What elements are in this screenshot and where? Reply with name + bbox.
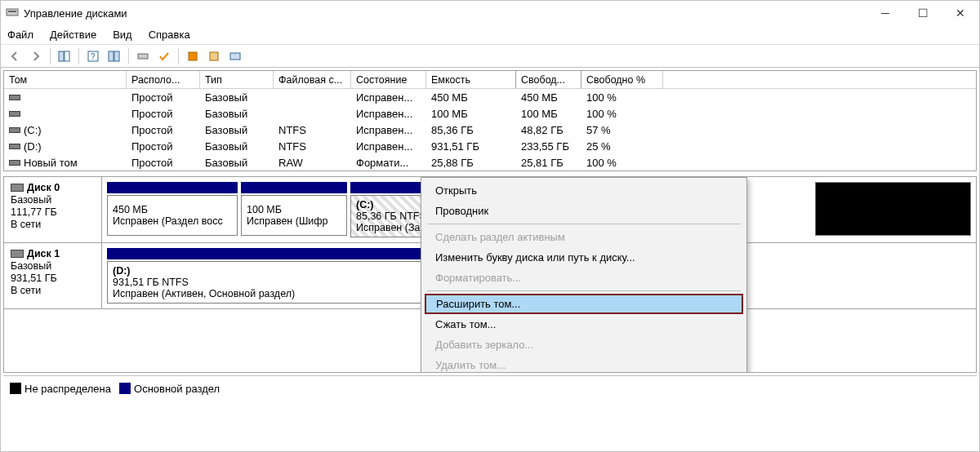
ctx-mirror: Добавить зеркало... (424, 335, 744, 355)
volume-list-header: Том Располо... Тип Файловая с... Состоян… (4, 71, 976, 89)
svg-rect-3 (65, 51, 69, 61)
action-button-1[interactable] (184, 47, 202, 65)
toolbar-separator (128, 48, 129, 64)
svg-text:?: ? (91, 52, 96, 61)
menu-view[interactable]: Вид (113, 29, 132, 41)
menu-help[interactable]: Справка (149, 29, 190, 41)
context-menu: Открыть Проводник Сделать раздел активны… (421, 177, 747, 373)
ctx-separator (427, 290, 741, 291)
ctx-explorer[interactable]: Проводник (424, 201, 744, 221)
volume-row[interactable]: ПростойБазовыйИсправен...100 МБ100 МБ100… (4, 105, 976, 122)
legend: Не распределена Основной раздел (3, 375, 977, 400)
menu-file[interactable]: Файл (7, 29, 33, 41)
col-type[interactable]: Тип (200, 71, 274, 88)
volume-icon (9, 111, 20, 117)
close-button[interactable]: ✕ (942, 1, 979, 25)
disk-icon (11, 184, 24, 192)
ctx-make-active: Сделать раздел активным (424, 227, 744, 247)
volume-icon (9, 127, 20, 133)
svg-rect-11 (230, 53, 240, 60)
refresh-button[interactable] (105, 47, 123, 65)
ctx-extend[interactable]: Расширить том... (425, 294, 743, 314)
disk-graphical-view: Диск 0Базовый111,77 ГБВ сети450 МБИсправ… (3, 176, 977, 373)
action-button-2[interactable] (205, 47, 223, 65)
maximize-button[interactable]: ☐ (904, 1, 942, 25)
svg-rect-8 (138, 54, 148, 59)
svg-rect-1 (8, 11, 16, 12)
window-title: Управление дисками (24, 7, 866, 20)
unallocated-space[interactable] (815, 182, 971, 236)
volume-row[interactable]: Новый томПростойБазовыйRAWФормати...25,8… (4, 154, 976, 171)
ctx-format: Форматировать... (424, 268, 744, 288)
title-bar: Управление дисками ─ ☐ ✕ (1, 1, 979, 25)
col-free[interactable]: Свобод... (516, 71, 581, 88)
col-volume[interactable]: Том (4, 71, 127, 88)
check-button[interactable] (155, 47, 173, 65)
settings-button[interactable] (134, 47, 152, 65)
legend-primary: Основной раздел (119, 381, 220, 395)
partition[interactable]: 450 МБИсправен (Раздел восс (107, 195, 238, 236)
menu-bar: Файл Действие Вид Справка (1, 25, 979, 45)
volume-list: Том Располо... Тип Файловая с... Состоян… (3, 70, 977, 171)
ctx-drive-letter[interactable]: Изменить букву диска или путь к диску... (424, 247, 744, 268)
ctx-separator (427, 224, 741, 224)
volume-row[interactable]: (D:)ПростойБазовыйNTFSИсправен...931,51 … (4, 138, 976, 154)
volume-icon (9, 95, 20, 100)
volume-row[interactable]: ПростойБазовыйИсправен...450 МБ450 МБ100… (4, 89, 976, 105)
volume-icon (9, 144, 20, 149)
col-fs[interactable]: Файловая с... (274, 71, 351, 88)
svg-rect-2 (59, 51, 64, 61)
col-status[interactable]: Состояние (351, 71, 426, 88)
forward-button[interactable] (27, 47, 45, 65)
svg-rect-7 (114, 51, 119, 61)
window-controls: ─ ☐ ✕ (866, 1, 979, 25)
disk-header: Диск 1Базовый931,51 ГБВ сети (4, 243, 102, 308)
menu-action[interactable]: Действие (50, 29, 96, 41)
partition[interactable]: 100 МБИсправен (Шифр (241, 195, 347, 236)
disk-icon (11, 250, 24, 258)
ctx-open[interactable]: Открыть (424, 180, 744, 201)
svg-rect-10 (210, 52, 218, 60)
col-free-pct[interactable]: Свободно % (581, 71, 663, 88)
volume-row[interactable]: (C:)ПростойБазовыйNTFSИсправен...85,36 Г… (4, 122, 976, 138)
volume-icon (9, 160, 20, 166)
svg-rect-9 (189, 52, 197, 60)
col-layout[interactable]: Располо... (127, 71, 200, 88)
app-icon (6, 6, 19, 21)
back-button[interactable] (6, 47, 24, 65)
minimize-button[interactable]: ─ (866, 1, 904, 25)
legend-unallocated: Не распределена (10, 381, 111, 395)
help-button[interactable]: ? (84, 47, 102, 65)
toolbar-separator (50, 48, 51, 64)
toolbar-separator (78, 48, 79, 64)
ctx-shrink[interactable]: Сжать том... (424, 314, 744, 335)
col-capacity[interactable]: Емкость (426, 71, 516, 88)
toolbar: ? (1, 45, 979, 68)
toolbar-separator (178, 48, 179, 64)
ctx-delete: Удалить том... (424, 355, 744, 373)
show-hide-tree-button[interactable] (56, 47, 74, 65)
svg-rect-6 (109, 51, 114, 61)
action-button-3[interactable] (226, 47, 244, 65)
disk-header: Диск 0Базовый111,77 ГБВ сети (4, 177, 102, 242)
